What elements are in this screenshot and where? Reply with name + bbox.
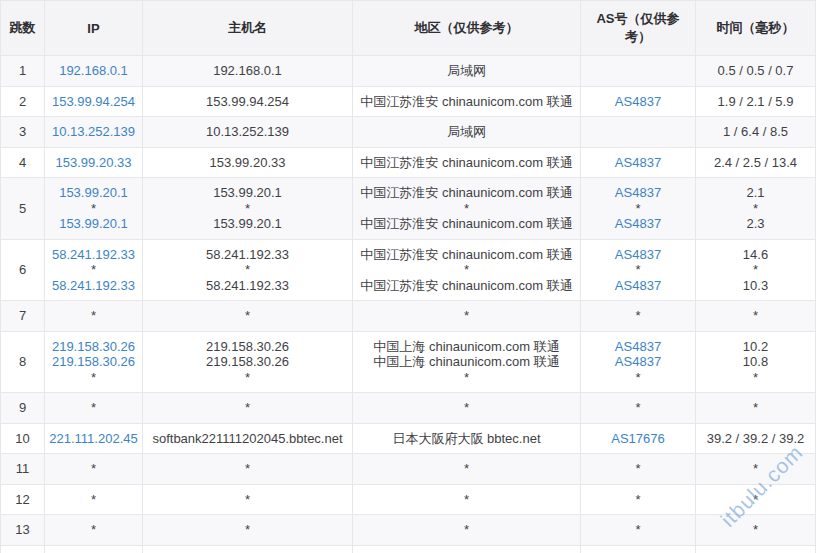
cell-line: 中国江苏淮安 chinaunicom.com 联通 — [357, 155, 576, 171]
region-cell: * — [353, 393, 581, 424]
cell-line: 2.1 — [700, 185, 811, 201]
ip-link[interactable]: 192.168.0.1 — [59, 63, 128, 78]
hop-number: 9 — [1, 393, 45, 424]
cell-line: * — [585, 308, 691, 324]
ip-cell: * — [45, 454, 143, 485]
hostname-cell: * — [143, 484, 353, 515]
cell-line: AS4837 — [585, 216, 691, 232]
asn-cell: * — [581, 393, 696, 424]
asn-cell: AS4837*AS4837 — [581, 178, 696, 240]
cell-line: 0.5 / 0.5 / 0.7 — [700, 63, 811, 79]
ip-cell: * — [45, 393, 143, 424]
cell-line: * — [49, 308, 138, 324]
time-cell: 42.4 / 42.5 / 42.8 — [696, 545, 816, 553]
cell-line: 10.3 — [700, 278, 811, 294]
ip-link[interactable]: 10.13.252.139 — [52, 124, 135, 139]
asn-link[interactable]: AS4837 — [615, 354, 661, 369]
cell-line: 58.241.192.33 — [49, 247, 138, 263]
asn-link[interactable]: AS4837 — [615, 155, 661, 170]
cell-line: 10.13.252.139 — [147, 124, 348, 140]
cell-line: 2.3 — [700, 216, 811, 232]
cell-line: 中国江苏淮安 chinaunicom.com 联通 — [357, 94, 576, 110]
cell-line: * — [147, 492, 348, 508]
ip-link[interactable]: 153.99.20.33 — [56, 155, 132, 170]
ip-link[interactable]: 153.99.20.1 — [59, 216, 128, 231]
ip-link[interactable]: 219.158.30.26 — [52, 354, 135, 369]
asn-link[interactable]: AS4837 — [615, 278, 661, 293]
ip-link[interactable]: 153.99.94.254 — [52, 94, 135, 109]
cell-line: * — [700, 492, 811, 508]
hostname-cell: 192.168.0.1 — [143, 56, 353, 87]
asn-link[interactable]: AS4837 — [615, 247, 661, 262]
cell-line: * — [147, 400, 348, 416]
traceroute-table: 跳数 IP 主机名 地区（仅供参考） AS号（仅供参考） 时间（毫秒） 1192… — [0, 0, 816, 553]
cell-line: 192.168.0.1 — [147, 63, 348, 79]
cell-line: AS4837 — [585, 247, 691, 263]
cell-line: 219.158.30.26 — [147, 339, 348, 355]
cell-line: * — [147, 522, 348, 538]
cell-line: 局域网 — [357, 63, 576, 79]
region-cell: * — [353, 454, 581, 485]
asn-cell: * — [581, 484, 696, 515]
region-cell: 中国江苏淮安 chinaunicom.com 联通 — [353, 86, 581, 117]
hop-number: 8 — [1, 331, 45, 393]
cell-line: 39.2 / 39.2 / 39.2 — [700, 431, 811, 447]
asn-cell: AS134835 — [581, 545, 696, 553]
asn-link[interactable]: AS4837 — [615, 185, 661, 200]
ip-link[interactable]: 219.158.30.26 — [52, 339, 135, 354]
cell-line: 221.111.202.45 — [49, 431, 138, 447]
cell-line: AS17676 — [585, 431, 691, 447]
cell-line: * — [49, 262, 138, 278]
traceroute-panel: 跳数 IP 主机名 地区（仅供参考） AS号（仅供参考） 时间（毫秒） 1192… — [0, 0, 820, 553]
ip-link[interactable]: 153.99.20.1 — [59, 185, 128, 200]
hostname-cell: 10.13.252.139 — [143, 117, 353, 148]
asn-link[interactable]: AS4837 — [615, 94, 661, 109]
cell-line: AS4837 — [585, 185, 691, 201]
cell-line: AS4837 — [585, 339, 691, 355]
cell-line: 153.99.20.1 — [49, 216, 138, 232]
cell-line: * — [585, 522, 691, 538]
time-cell: 39.2 / 39.2 / 39.2 — [696, 423, 816, 454]
cell-line: 中国上海 chinaunicom.com 联通 — [357, 354, 576, 370]
cell-line: * — [357, 492, 576, 508]
region-cell: 中国上海 chinaunicom.com 联通中国上海 chinaunicom.… — [353, 331, 581, 393]
cell-line: 中国江苏淮安 chinaunicom.com 联通 — [357, 185, 576, 201]
cell-line: 192.168.0.1 — [49, 63, 138, 79]
cell-line: 日本大阪府大阪 bbtec.net — [357, 431, 576, 447]
asn-cell: AS4837*AS4837 — [581, 239, 696, 301]
ip-cell: * — [45, 515, 143, 546]
cell-line: * — [700, 262, 811, 278]
ip-link[interactable]: 221.111.202.45 — [49, 431, 137, 446]
hostname-cell: * — [143, 393, 353, 424]
cell-line: * — [585, 461, 691, 477]
time-cell: * — [696, 301, 816, 332]
hostname-cell: 219.158.30.26219.158.30.26* — [143, 331, 353, 393]
cell-line: * — [700, 522, 811, 538]
asn-link[interactable]: AS4837 — [615, 339, 661, 354]
ip-cell: 153.99.20.33 — [45, 147, 143, 178]
cell-line: * — [585, 201, 691, 217]
table-row: 9***** — [1, 393, 816, 424]
cell-line: * — [147, 262, 348, 278]
cell-line: * — [585, 262, 691, 278]
time-cell: 2.4 / 2.5 / 13.4 — [696, 147, 816, 178]
cell-line: 中国江苏淮安 chinaunicom.com 联通 — [357, 216, 576, 232]
cell-line: 219.158.30.26 — [49, 339, 138, 355]
ip-link[interactable]: 58.241.192.33 — [52, 278, 135, 293]
cell-line: * — [49, 492, 138, 508]
cell-line: 中国江苏淮安 chinaunicom.com 联通 — [357, 278, 576, 294]
cell-line: * — [700, 201, 811, 217]
asn-link[interactable]: AS17676 — [611, 431, 665, 446]
cell-line: * — [357, 400, 576, 416]
ip-link[interactable]: 58.241.192.33 — [52, 247, 135, 262]
col-header-ip: IP — [45, 1, 143, 56]
cell-line: * — [147, 370, 348, 386]
cell-line: 58.241.192.33 — [147, 278, 348, 294]
table-row: 8219.158.30.26219.158.30.26*219.158.30.2… — [1, 331, 816, 393]
hop-number: 3 — [1, 117, 45, 148]
table-body: 1192.168.0.1192.168.0.1局域网0.5 / 0.5 / 0.… — [1, 56, 816, 553]
cell-line — [585, 63, 691, 79]
asn-link[interactable]: AS4837 — [615, 216, 661, 231]
col-header-time: 时间（毫秒） — [696, 1, 816, 56]
cell-line: * — [700, 370, 811, 386]
